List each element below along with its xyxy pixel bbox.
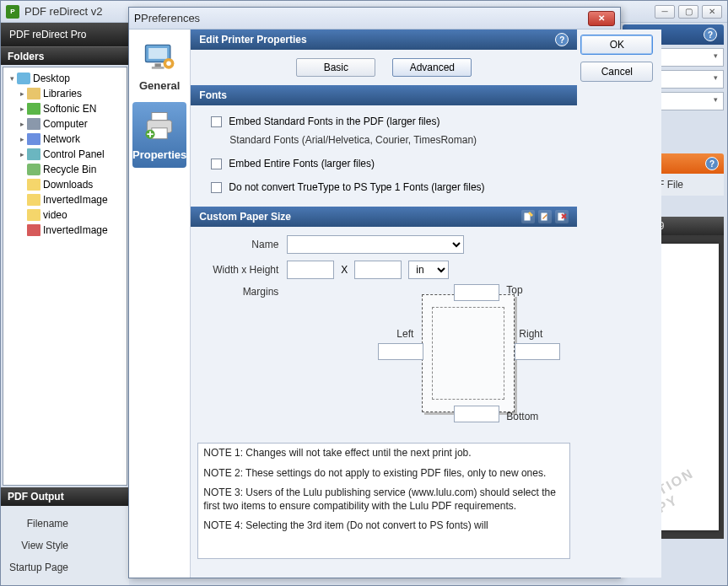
x-label: X — [341, 264, 348, 276]
tree-label: Computer — [43, 118, 88, 130]
new-paper-icon[interactable] — [521, 210, 535, 223]
tree-item[interactable]: Recycle Bin — [5, 162, 125, 177]
maximize-button[interactable]: ▢ — [678, 5, 698, 19]
help-icon[interactable]: ? — [705, 157, 719, 170]
margin-outline — [432, 307, 504, 400]
margin-right-input[interactable] — [515, 343, 560, 360]
svg-point-5 — [166, 61, 171, 66]
fonts-header-text: Fonts — [199, 89, 227, 101]
checkbox-embed-std[interactable] — [211, 116, 222, 127]
zip-icon — [27, 224, 40, 236]
pdf-output-header: PDF Output — [1, 487, 129, 506]
margin-bottom-input[interactable] — [454, 406, 499, 422]
twisty-icon[interactable]: ▸ — [17, 135, 27, 143]
cancel-button[interactable]: Cancel — [580, 62, 653, 82]
custom-paper-section: Name Width x Height X in Margins — [191, 227, 577, 436]
tree-item[interactable]: ▾Desktop — [5, 71, 125, 86]
width-input[interactable] — [287, 261, 334, 279]
cp-icon — [27, 148, 40, 160]
fonts-header: Fonts — [191, 85, 577, 105]
custom-paper-title: Custom Paper Size — [199, 211, 291, 223]
paper-name-select[interactable] — [287, 235, 464, 254]
minimize-button[interactable]: ─ — [655, 5, 675, 19]
help-icon[interactable]: ? — [704, 28, 717, 41]
tree-label: Control Panel — [43, 148, 105, 160]
tree-item[interactable]: InvertedImage — [5, 223, 125, 238]
label-no-convert: Do not convert TrueType to PS Type 1 Fon… — [229, 181, 484, 193]
folders-header: Folders — [1, 46, 129, 65]
tree-label: Libraries — [43, 88, 82, 99]
edit-paper-icon[interactable] — [538, 210, 552, 223]
label-embed-std: Embed Standard Fonts in the PDF (larger … — [229, 116, 439, 127]
nav-label-general: General — [139, 79, 180, 92]
twisty-icon[interactable]: ▸ — [17, 89, 27, 98]
twisty-icon[interactable]: ▸ — [17, 105, 27, 113]
monitor-gear-icon — [139, 40, 180, 74]
dialog-titlebar[interactable]: P Preferences ✕ — [129, 8, 620, 30]
folder-icon — [27, 194, 40, 206]
delete-paper-icon[interactable] — [555, 210, 569, 223]
output-label-viewstyle: View Style — [8, 540, 75, 551]
recycle-icon — [27, 164, 40, 175]
top-label: Top — [506, 284, 522, 296]
nav-item-general[interactable]: General — [132, 33, 186, 99]
tree-item[interactable]: ▸Softonic EN — [5, 101, 125, 116]
tree-item[interactable]: ▸Computer — [5, 116, 125, 132]
left-label: Left — [396, 328, 413, 340]
output-label-startup: Startup Page — [8, 562, 75, 573]
tree-label: Recycle Bin — [43, 164, 96, 175]
right-label: Right — [519, 328, 542, 340]
close-button[interactable]: ✕ — [702, 5, 722, 19]
bottom-label: Bottom — [506, 411, 538, 422]
tree-label: video — [43, 209, 67, 221]
tree-item[interactable]: ▸Control Panel — [5, 147, 125, 162]
tab-advanced[interactable]: Advanced — [392, 58, 472, 77]
notes-box[interactable]: NOTE 1: Changes will not take effect unt… — [197, 443, 570, 559]
tree-item[interactable]: InvertedImage — [5, 192, 125, 207]
app-icon: P — [6, 5, 19, 19]
margin-top-input[interactable] — [454, 284, 499, 301]
label-embed-entire: Embed Entire Fonts (larger files) — [229, 158, 375, 169]
paper-diagram: Top Left Right Bottom — [380, 286, 565, 421]
tree-label: InvertedImage — [43, 224, 108, 236]
tab-basic[interactable]: Basic — [296, 58, 375, 77]
fonts-section: Embed Standard Fonts in the PDF (larger … — [191, 105, 577, 207]
printer-icon — [139, 110, 180, 143]
help-icon[interactable]: ? — [555, 33, 569, 46]
nav-label-properties: Properties — [132, 148, 186, 161]
svg-rect-1 — [148, 48, 167, 59]
tree-item[interactable]: Downloads — [5, 177, 125, 192]
tree-label: Downloads — [43, 179, 93, 191]
desktop-icon — [17, 73, 30, 84]
tree-label: InvertedImage — [43, 194, 108, 206]
note-3: NOTE 3: Users of the Lulu publishing ser… — [203, 487, 564, 513]
ok-button[interactable]: OK — [580, 35, 653, 55]
height-input[interactable] — [354, 261, 402, 279]
custom-paper-header: Custom Paper Size — [191, 207, 577, 227]
tree-item[interactable]: ▸Libraries — [5, 86, 125, 101]
twisty-icon[interactable]: ▸ — [17, 120, 27, 128]
checkbox-no-convert[interactable] — [211, 182, 222, 193]
app-toolbar: PDF reDirect Pro — [1, 23, 129, 46]
folder-icon — [27, 209, 40, 221]
tree-item[interactable]: ▸Network — [5, 132, 125, 147]
twisty-icon[interactable]: ▸ — [17, 150, 27, 159]
edit-printer-title: Edit Printer Properties — [199, 34, 306, 46]
note-1: NOTE 1: Changes will not take effect unt… — [203, 447, 564, 460]
tree-item[interactable]: video — [5, 207, 125, 223]
dialog-icon: P — [134, 13, 141, 24]
margin-left-input[interactable] — [378, 343, 423, 360]
dialog-close-button[interactable]: ✕ — [588, 11, 615, 26]
checkbox-embed-entire[interactable] — [211, 159, 222, 169]
comp-icon — [27, 118, 40, 130]
dialog-nav: General Properties — [129, 30, 191, 578]
lib-icon — [27, 88, 40, 99]
tree-label: Network — [43, 133, 80, 145]
twisty-icon[interactable]: ▾ — [7, 74, 17, 83]
unit-select[interactable]: in — [408, 261, 449, 279]
output-label-filename: Filename — [8, 518, 75, 530]
dialog-content: OK Cancel Edit Printer Properties ? Basi… — [191, 30, 661, 578]
nav-item-properties[interactable]: Properties — [132, 102, 186, 168]
svg-rect-6 — [152, 112, 167, 120]
svg-rect-2 — [155, 63, 161, 67]
